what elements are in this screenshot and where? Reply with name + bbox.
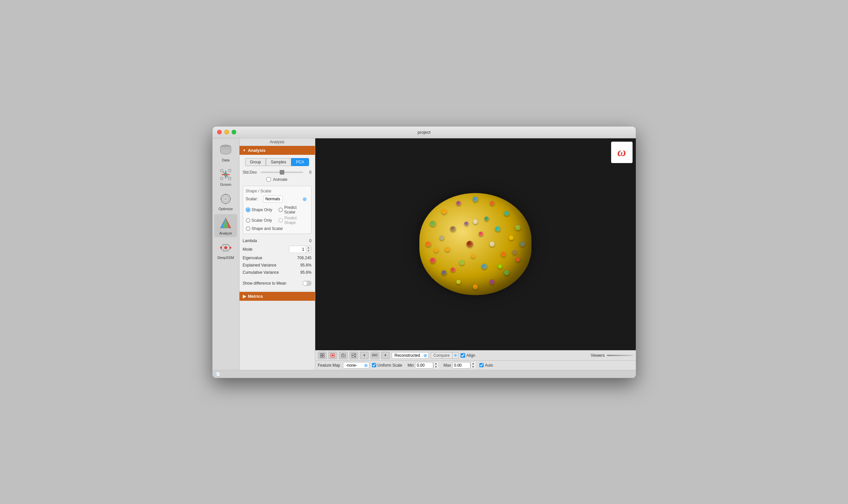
grid-view-button[interactable] <box>318 352 326 359</box>
explained-variance-label: Explained Variance <box>243 263 277 268</box>
sidebar-item-analyze[interactable]: Analyze <box>214 214 237 237</box>
screenshot-button[interactable] <box>339 352 347 359</box>
sidebar-item-groom[interactable]: Groom <box>214 165 237 188</box>
viewers-slider[interactable] <box>607 355 633 356</box>
svg-point-20 <box>220 247 222 249</box>
scalar-select-wrapper: Normals ⊕ <box>263 195 309 203</box>
max-up-arrow[interactable]: ▲ <box>471 362 475 365</box>
share-button[interactable] <box>349 352 358 359</box>
optimize-icon <box>218 192 233 206</box>
align-row: Align <box>461 353 475 358</box>
feature-bar: Feature Map -none- ⊕ Uniform Scale Min <box>315 360 636 370</box>
mode-arrows: ▲ ▼ <box>306 246 311 253</box>
min-down-arrow[interactable]: ▼ <box>434 365 438 368</box>
radio-shape-only-label: Shape Only <box>252 208 272 212</box>
maximize-button[interactable] <box>232 130 236 134</box>
radio-shape-and-scalar[interactable]: Shape and Scalar <box>246 226 309 231</box>
svg-point-11 <box>224 198 227 200</box>
compare-dropdown-arrow[interactable]: ⊕ <box>453 352 458 359</box>
analysis-section-content: Group Samples PCA Std.Dev. 0 Animate <box>239 155 315 290</box>
radio-shape-only[interactable]: Shape Only <box>246 205 276 214</box>
panel-area: Analysis ▼ Analysis Group Samples PCA St… <box>239 138 315 370</box>
svg-point-19 <box>224 247 227 249</box>
iso-button[interactable]: ISO <box>371 352 379 359</box>
eigenvalue-label: Eigenvalue <box>243 256 262 260</box>
radio-predict-shape[interactable]: Predict Shape <box>278 216 309 225</box>
svg-rect-8 <box>228 177 231 180</box>
mode-up-arrow[interactable]: ▲ <box>306 246 311 249</box>
record-button[interactable] <box>328 352 337 359</box>
uniform-scale-label: Uniform Scale <box>378 363 402 367</box>
title-bar: project <box>213 126 636 138</box>
metrics-section-label: Metrics <box>248 294 263 299</box>
radio-predict-shape-circle <box>278 218 283 223</box>
analysis-collapse-arrow: ▼ <box>243 148 246 152</box>
radio-scalar-only[interactable]: Scalar Only <box>246 216 276 225</box>
reconstructed-select[interactable]: Reconstructed Original <box>392 352 429 359</box>
iso-dropdown-button[interactable]: ▾ <box>381 352 390 359</box>
viewport-canvas[interactable]: ω <box>315 138 636 350</box>
shape-scalar-section: Shape / Scalar Scalar: Normals ⊕ <box>243 186 312 234</box>
auto-label: Auto <box>485 363 493 367</box>
tab-pca[interactable]: PCA <box>291 158 309 166</box>
scalar-label: Scalar: <box>246 197 260 201</box>
svg-rect-6 <box>228 169 231 172</box>
mode-label: Mode <box>243 247 253 252</box>
sidebar-analyze-label: Analyze <box>219 231 232 235</box>
scalar-select[interactable]: Normals <box>263 195 283 203</box>
diff-label: Show difference to Mean <box>243 281 287 286</box>
animate-checkbox[interactable] <box>267 177 271 181</box>
auto-row: Auto <box>479 363 493 367</box>
scalar-row: Scalar: Normals ⊕ <box>246 195 309 203</box>
shape-scalar-label: Shape / Scalar <box>246 189 309 193</box>
max-input[interactable] <box>452 362 470 368</box>
sidebar-data-label: Data <box>222 158 229 162</box>
deepssm-icon <box>218 240 233 255</box>
mode-row: Mode ▲ ▼ <box>243 245 312 254</box>
dropdown1-button[interactable]: ▾ <box>360 352 369 359</box>
window-title: project <box>417 130 430 135</box>
tab-group[interactable]: Group <box>245 158 266 166</box>
svg-rect-28 <box>341 354 345 357</box>
analysis-section-header[interactable]: ▼ Analysis <box>239 146 315 155</box>
feature-select[interactable]: -none- <box>343 362 369 368</box>
min-input[interactable] <box>415 362 433 368</box>
close-button[interactable] <box>217 130 222 134</box>
sidebar-item-deepssm[interactable]: DeepSSM <box>214 238 237 262</box>
diff-row: Show difference to Mean <box>243 280 312 287</box>
align-checkbox[interactable] <box>461 353 465 358</box>
analysis-section-label: Analysis <box>248 148 265 153</box>
radio-shape-and-scalar-circle <box>246 226 250 231</box>
mode-input[interactable] <box>289 247 306 252</box>
auto-checkbox[interactable] <box>479 363 484 367</box>
mode-spinner: ▲ ▼ <box>289 246 312 253</box>
max-row: Max ▲ ▼ <box>444 362 475 368</box>
max-down-arrow[interactable]: ▼ <box>471 365 475 368</box>
window-controls <box>217 130 236 134</box>
mode-down-arrow[interactable]: ▼ <box>306 249 311 253</box>
compare-button[interactable]: Compare <box>431 352 453 359</box>
info-rows: Lambda 0 Mode ▲ ▼ <box>243 237 312 276</box>
svg-point-27 <box>332 355 334 356</box>
std-dev-slider[interactable] <box>260 172 303 173</box>
svg-rect-23 <box>323 354 324 355</box>
tab-samples[interactable]: Samples <box>266 158 291 166</box>
sidebar-item-data[interactable]: Data <box>214 141 237 164</box>
feature-select-wrapper: -none- ⊕ <box>343 362 369 368</box>
cumulative-variance-label: Cumulative Variance <box>243 270 279 275</box>
diff-toggle[interactable] <box>303 281 312 286</box>
svg-rect-7 <box>220 177 223 180</box>
viewers-row: Viewers <box>591 353 633 358</box>
uniform-scale-checkbox[interactable] <box>372 363 376 367</box>
metrics-collapse-arrow: ▶ <box>243 294 246 299</box>
max-label: Max <box>444 363 451 367</box>
database-icon <box>218 143 233 158</box>
minimize-button[interactable] <box>224 130 229 134</box>
reconstructed-select-wrapper: Reconstructed Original ⊕ <box>392 352 429 359</box>
radio-predict-scalar[interactable]: Predict Scalar <box>278 205 309 214</box>
sidebar-item-optimize[interactable]: Optimize <box>214 190 237 213</box>
min-up-arrow[interactable]: ▲ <box>434 362 438 365</box>
compare-wrapper: Compare ⊕ <box>431 352 458 359</box>
svg-rect-24 <box>320 356 322 357</box>
metrics-section-header[interactable]: ▶ Metrics <box>239 292 315 301</box>
